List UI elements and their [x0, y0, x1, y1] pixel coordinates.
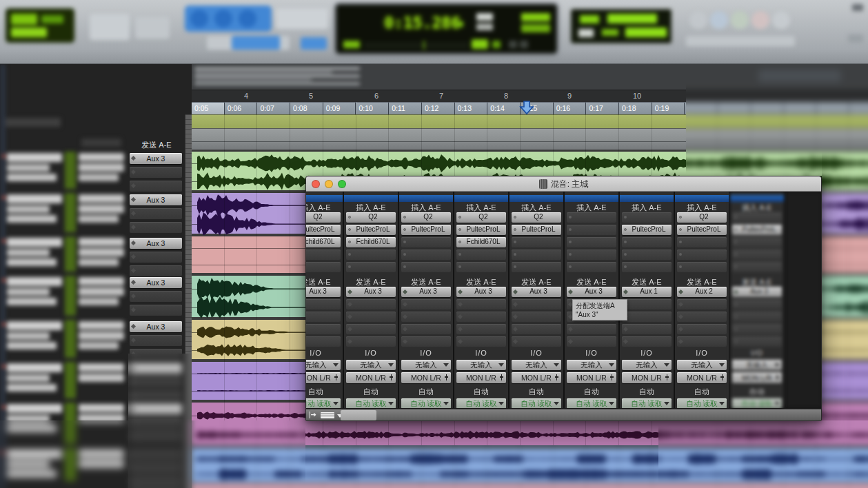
insert-slot[interactable]: [567, 237, 616, 247]
left-send-empty-slot[interactable]: [130, 463, 182, 474]
main-counter[interactable]: 0:15.286: [343, 14, 461, 34]
insert-slot[interactable]: [677, 262, 727, 272]
insert-slot[interactable]: [732, 262, 782, 272]
minutes-cell[interactable]: 0:17: [586, 102, 619, 114]
left-send-empty-slot[interactable]: [130, 377, 182, 388]
insert-slot[interactable]: [567, 262, 616, 272]
send-slot[interactable]: Aux 3: [346, 287, 396, 297]
left-send-empty-slot[interactable]: [130, 477, 182, 488]
send-slot[interactable]: [456, 324, 506, 334]
send-slot[interactable]: [401, 324, 451, 334]
input-selector[interactable]: 无输入: [456, 360, 506, 370]
output-selector[interactable]: MON L/R: [567, 372, 616, 383]
send-slot[interactable]: [622, 324, 672, 334]
insert-slot[interactable]: [306, 250, 341, 260]
send-slot[interactable]: [622, 312, 672, 322]
insert-slot[interactable]: [567, 225, 616, 235]
output-selector[interactable]: MON L/R: [677, 372, 727, 383]
insert-slot[interactable]: [732, 237, 782, 247]
minutes-cell[interactable]: 0:08: [290, 102, 323, 114]
insert-slot[interactable]: [456, 250, 506, 260]
insert-slot[interactable]: Fchild670L: [456, 237, 506, 247]
send-slot[interactable]: [306, 299, 341, 309]
send-slot[interactable]: [677, 299, 727, 309]
send-slot[interactable]: [346, 299, 396, 309]
minutes-cell[interactable]: 0:12: [422, 102, 455, 114]
left-send-empty-slot[interactable]: [130, 181, 182, 192]
send-slot[interactable]: [512, 299, 561, 309]
automation-mode-selector[interactable]: 自动 读取: [306, 398, 341, 408]
collapsed-track-band-2[interactable]: [192, 141, 868, 150]
input-selector[interactable]: 无输入: [306, 360, 341, 370]
timeline-band[interactable]: + +: [192, 114, 868, 128]
automation-mode-selector[interactable]: 自动 读取: [567, 398, 616, 408]
left-send-assignment[interactable]: [130, 404, 182, 415]
left-send-empty-slot[interactable]: [130, 305, 182, 316]
output-selector[interactable]: MON L/R: [732, 372, 782, 383]
output-selector[interactable]: MON L/R: [622, 372, 672, 383]
insert-slot[interactable]: [346, 262, 396, 272]
insert-slot[interactable]: [306, 262, 341, 272]
input-selector[interactable]: 无输入: [512, 360, 561, 370]
minutes-cell[interactable]: [685, 102, 718, 114]
automation-mode-selector[interactable]: 自动 读取: [732, 398, 782, 408]
send-slot[interactable]: [677, 336, 727, 347]
track-lane-8[interactable]: [192, 482, 868, 488]
left-send-empty-slot[interactable]: [130, 291, 182, 302]
insert-slot[interactable]: Q2: [677, 212, 727, 223]
insert-slot[interactable]: PultecProL: [512, 225, 561, 235]
minutes-cell[interactable]: 0:10: [356, 102, 390, 114]
send-slot[interactable]: [732, 336, 782, 347]
minutes-cell[interactable]: 0:19: [652, 102, 685, 114]
insert-slot[interactable]: Fchild670L: [346, 237, 396, 247]
send-slot[interactable]: [512, 324, 561, 334]
insert-slot[interactable]: PultecProL: [401, 225, 451, 235]
minutes-cell[interactable]: 0:18: [619, 102, 652, 114]
left-send-empty-slot[interactable]: [130, 391, 182, 402]
automation-mode-selector[interactable]: 自动 读取: [677, 398, 727, 408]
left-send-empty-slot[interactable]: [130, 208, 182, 219]
keyboard-focus-icon[interactable]: |➔: [309, 411, 316, 418]
insert-slot[interactable]: [732, 250, 782, 260]
minutes-cell[interactable]: 0:07: [257, 102, 290, 114]
send-slot[interactable]: Aux 3: [401, 287, 451, 297]
automation-mode-selector[interactable]: 自动 读取: [512, 398, 561, 408]
left-send-empty-slot[interactable]: [130, 265, 182, 276]
insert-slot[interactable]: PultecProL: [456, 225, 506, 235]
automation-mode-selector[interactable]: 自动 读取: [456, 398, 506, 408]
send-slot[interactable]: [306, 324, 341, 334]
input-selector[interactable]: 无输入: [567, 360, 616, 370]
left-send-empty-slot[interactable]: [130, 167, 182, 178]
insert-slot[interactable]: Fchild670L: [306, 237, 341, 247]
output-selector[interactable]: MON L/R: [346, 372, 396, 383]
minutes-cell[interactable]: 0:13: [455, 102, 488, 114]
scrollbar-thumb[interactable]: [341, 410, 376, 420]
send-slot[interactable]: Aux 3: [456, 287, 506, 297]
collapsed-track-band[interactable]: [192, 128, 868, 141]
insert-slot[interactable]: PultecProL: [732, 225, 782, 235]
send-slot[interactable]: [456, 312, 506, 322]
send-slot[interactable]: [346, 312, 396, 322]
insert-slot[interactable]: [732, 212, 782, 223]
insert-slot[interactable]: Q2: [456, 212, 506, 223]
insert-slot[interactable]: [622, 237, 672, 247]
send-slot[interactable]: [401, 336, 451, 347]
left-send-empty-slot[interactable]: [130, 431, 182, 443]
insert-slot[interactable]: PultecProL: [346, 225, 396, 235]
minutes-cell[interactable]: 0:11: [389, 102, 422, 114]
output-selector[interactable]: MON L/R: [306, 372, 341, 383]
minutes-cell[interactable]: 0:14: [487, 102, 521, 114]
insert-slot[interactable]: [567, 212, 616, 223]
insert-slot[interactable]: PultecProL: [306, 225, 341, 235]
insert-slot[interactable]: PultecProL: [622, 225, 672, 235]
insert-slot[interactable]: [401, 237, 451, 247]
input-selector[interactable]: 无输入: [346, 360, 396, 370]
insert-slot[interactable]: [622, 262, 672, 272]
send-slot[interactable]: Aux 2: [677, 287, 727, 297]
send-slot[interactable]: [346, 336, 396, 347]
send-slot[interactable]: [401, 299, 451, 309]
insert-slot[interactable]: [346, 250, 396, 260]
send-slot[interactable]: [677, 324, 727, 334]
insert-slot[interactable]: Q2: [512, 212, 561, 223]
insert-slot[interactable]: [512, 237, 561, 247]
